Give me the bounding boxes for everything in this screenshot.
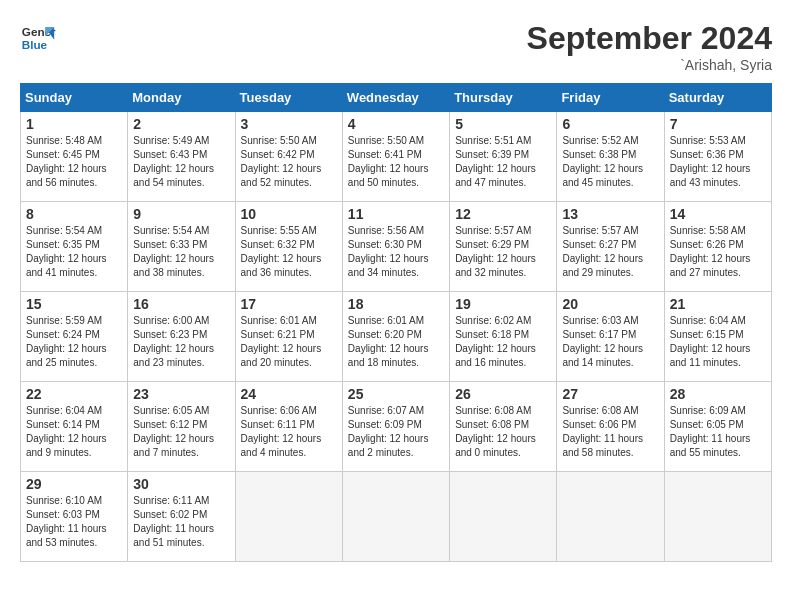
day-header-friday: Friday <box>557 84 664 112</box>
day-info: Sunrise: 5:54 AM Sunset: 6:33 PM Dayligh… <box>133 224 229 280</box>
day-info: Sunrise: 6:06 AM Sunset: 6:11 PM Dayligh… <box>241 404 337 460</box>
day-info: Sunrise: 5:49 AM Sunset: 6:43 PM Dayligh… <box>133 134 229 190</box>
day-info: Sunrise: 6:08 AM Sunset: 6:06 PM Dayligh… <box>562 404 658 460</box>
calendar-header-row: SundayMondayTuesdayWednesdayThursdayFrid… <box>21 84 772 112</box>
day-number: 26 <box>455 386 551 402</box>
day-number: 14 <box>670 206 766 222</box>
calendar-cell: 22Sunrise: 6:04 AM Sunset: 6:14 PM Dayli… <box>21 382 128 472</box>
day-info: Sunrise: 6:03 AM Sunset: 6:17 PM Dayligh… <box>562 314 658 370</box>
calendar-cell: 15Sunrise: 5:59 AM Sunset: 6:24 PM Dayli… <box>21 292 128 382</box>
day-info: Sunrise: 6:09 AM Sunset: 6:05 PM Dayligh… <box>670 404 766 460</box>
day-info: Sunrise: 6:04 AM Sunset: 6:14 PM Dayligh… <box>26 404 122 460</box>
calendar-cell: 7Sunrise: 5:53 AM Sunset: 6:36 PM Daylig… <box>664 112 771 202</box>
day-info: Sunrise: 6:02 AM Sunset: 6:18 PM Dayligh… <box>455 314 551 370</box>
day-info: Sunrise: 5:51 AM Sunset: 6:39 PM Dayligh… <box>455 134 551 190</box>
day-info: Sunrise: 5:50 AM Sunset: 6:41 PM Dayligh… <box>348 134 444 190</box>
calendar-cell: 8Sunrise: 5:54 AM Sunset: 6:35 PM Daylig… <box>21 202 128 292</box>
day-number: 21 <box>670 296 766 312</box>
day-number: 22 <box>26 386 122 402</box>
calendar-cell: 28Sunrise: 6:09 AM Sunset: 6:05 PM Dayli… <box>664 382 771 472</box>
day-number: 25 <box>348 386 444 402</box>
day-info: Sunrise: 5:48 AM Sunset: 6:45 PM Dayligh… <box>26 134 122 190</box>
day-header-tuesday: Tuesday <box>235 84 342 112</box>
month-title: September 2024 <box>527 20 772 57</box>
day-info: Sunrise: 6:08 AM Sunset: 6:08 PM Dayligh… <box>455 404 551 460</box>
calendar-cell: 25Sunrise: 6:07 AM Sunset: 6:09 PM Dayli… <box>342 382 449 472</box>
calendar-cell: 1Sunrise: 5:48 AM Sunset: 6:45 PM Daylig… <box>21 112 128 202</box>
day-header-sunday: Sunday <box>21 84 128 112</box>
day-number: 4 <box>348 116 444 132</box>
header: General Blue September 2024 `Arishah, Sy… <box>20 20 772 73</box>
day-info: Sunrise: 5:55 AM Sunset: 6:32 PM Dayligh… <box>241 224 337 280</box>
calendar-cell: 9Sunrise: 5:54 AM Sunset: 6:33 PM Daylig… <box>128 202 235 292</box>
day-number: 13 <box>562 206 658 222</box>
calendar-cell: 23Sunrise: 6:05 AM Sunset: 6:12 PM Dayli… <box>128 382 235 472</box>
calendar-cell <box>342 472 449 562</box>
calendar-cell: 24Sunrise: 6:06 AM Sunset: 6:11 PM Dayli… <box>235 382 342 472</box>
calendar-cell: 17Sunrise: 6:01 AM Sunset: 6:21 PM Dayli… <box>235 292 342 382</box>
day-number: 6 <box>562 116 658 132</box>
day-info: Sunrise: 5:59 AM Sunset: 6:24 PM Dayligh… <box>26 314 122 370</box>
calendar-cell: 19Sunrise: 6:02 AM Sunset: 6:18 PM Dayli… <box>450 292 557 382</box>
day-number: 3 <box>241 116 337 132</box>
calendar-cell: 5Sunrise: 5:51 AM Sunset: 6:39 PM Daylig… <box>450 112 557 202</box>
day-info: Sunrise: 6:00 AM Sunset: 6:23 PM Dayligh… <box>133 314 229 370</box>
day-info: Sunrise: 6:05 AM Sunset: 6:12 PM Dayligh… <box>133 404 229 460</box>
day-number: 10 <box>241 206 337 222</box>
calendar-cell: 29Sunrise: 6:10 AM Sunset: 6:03 PM Dayli… <box>21 472 128 562</box>
logo: General Blue <box>20 20 56 56</box>
day-info: Sunrise: 5:52 AM Sunset: 6:38 PM Dayligh… <box>562 134 658 190</box>
day-info: Sunrise: 6:01 AM Sunset: 6:21 PM Dayligh… <box>241 314 337 370</box>
calendar-week-5: 29Sunrise: 6:10 AM Sunset: 6:03 PM Dayli… <box>21 472 772 562</box>
calendar-cell: 14Sunrise: 5:58 AM Sunset: 6:26 PM Dayli… <box>664 202 771 292</box>
calendar-week-4: 22Sunrise: 6:04 AM Sunset: 6:14 PM Dayli… <box>21 382 772 472</box>
calendar-cell: 10Sunrise: 5:55 AM Sunset: 6:32 PM Dayli… <box>235 202 342 292</box>
calendar-cell: 21Sunrise: 6:04 AM Sunset: 6:15 PM Dayli… <box>664 292 771 382</box>
logo-icon: General Blue <box>20 20 56 56</box>
day-number: 7 <box>670 116 766 132</box>
day-number: 17 <box>241 296 337 312</box>
svg-text:Blue: Blue <box>22 38 48 51</box>
calendar-cell: 4Sunrise: 5:50 AM Sunset: 6:41 PM Daylig… <box>342 112 449 202</box>
day-number: 1 <box>26 116 122 132</box>
day-info: Sunrise: 6:07 AM Sunset: 6:09 PM Dayligh… <box>348 404 444 460</box>
calendar-week-1: 1Sunrise: 5:48 AM Sunset: 6:45 PM Daylig… <box>21 112 772 202</box>
calendar-cell: 3Sunrise: 5:50 AM Sunset: 6:42 PM Daylig… <box>235 112 342 202</box>
day-number: 29 <box>26 476 122 492</box>
calendar-body: 1Sunrise: 5:48 AM Sunset: 6:45 PM Daylig… <box>21 112 772 562</box>
day-header-monday: Monday <box>128 84 235 112</box>
day-info: Sunrise: 5:58 AM Sunset: 6:26 PM Dayligh… <box>670 224 766 280</box>
day-header-thursday: Thursday <box>450 84 557 112</box>
day-info: Sunrise: 5:56 AM Sunset: 6:30 PM Dayligh… <box>348 224 444 280</box>
day-number: 27 <box>562 386 658 402</box>
day-number: 19 <box>455 296 551 312</box>
calendar-cell: 18Sunrise: 6:01 AM Sunset: 6:20 PM Dayli… <box>342 292 449 382</box>
calendar-week-2: 8Sunrise: 5:54 AM Sunset: 6:35 PM Daylig… <box>21 202 772 292</box>
calendar-cell: 26Sunrise: 6:08 AM Sunset: 6:08 PM Dayli… <box>450 382 557 472</box>
calendar-cell: 20Sunrise: 6:03 AM Sunset: 6:17 PM Dayli… <box>557 292 664 382</box>
day-info: Sunrise: 6:01 AM Sunset: 6:20 PM Dayligh… <box>348 314 444 370</box>
calendar-table: SundayMondayTuesdayWednesdayThursdayFrid… <box>20 83 772 562</box>
day-info: Sunrise: 6:11 AM Sunset: 6:02 PM Dayligh… <box>133 494 229 550</box>
day-number: 30 <box>133 476 229 492</box>
calendar-cell: 16Sunrise: 6:00 AM Sunset: 6:23 PM Dayli… <box>128 292 235 382</box>
day-info: Sunrise: 5:57 AM Sunset: 6:27 PM Dayligh… <box>562 224 658 280</box>
calendar-cell: 30Sunrise: 6:11 AM Sunset: 6:02 PM Dayli… <box>128 472 235 562</box>
day-info: Sunrise: 5:50 AM Sunset: 6:42 PM Dayligh… <box>241 134 337 190</box>
day-number: 2 <box>133 116 229 132</box>
day-number: 5 <box>455 116 551 132</box>
day-number: 20 <box>562 296 658 312</box>
day-info: Sunrise: 5:57 AM Sunset: 6:29 PM Dayligh… <box>455 224 551 280</box>
day-number: 15 <box>26 296 122 312</box>
calendar-cell: 6Sunrise: 5:52 AM Sunset: 6:38 PM Daylig… <box>557 112 664 202</box>
day-number: 8 <box>26 206 122 222</box>
day-info: Sunrise: 6:04 AM Sunset: 6:15 PM Dayligh… <box>670 314 766 370</box>
calendar-cell <box>235 472 342 562</box>
day-info: Sunrise: 6:10 AM Sunset: 6:03 PM Dayligh… <box>26 494 122 550</box>
title-area: September 2024 `Arishah, Syria <box>527 20 772 73</box>
calendar-cell <box>664 472 771 562</box>
calendar-cell <box>557 472 664 562</box>
day-header-saturday: Saturday <box>664 84 771 112</box>
calendar-week-3: 15Sunrise: 5:59 AM Sunset: 6:24 PM Dayli… <box>21 292 772 382</box>
day-number: 16 <box>133 296 229 312</box>
